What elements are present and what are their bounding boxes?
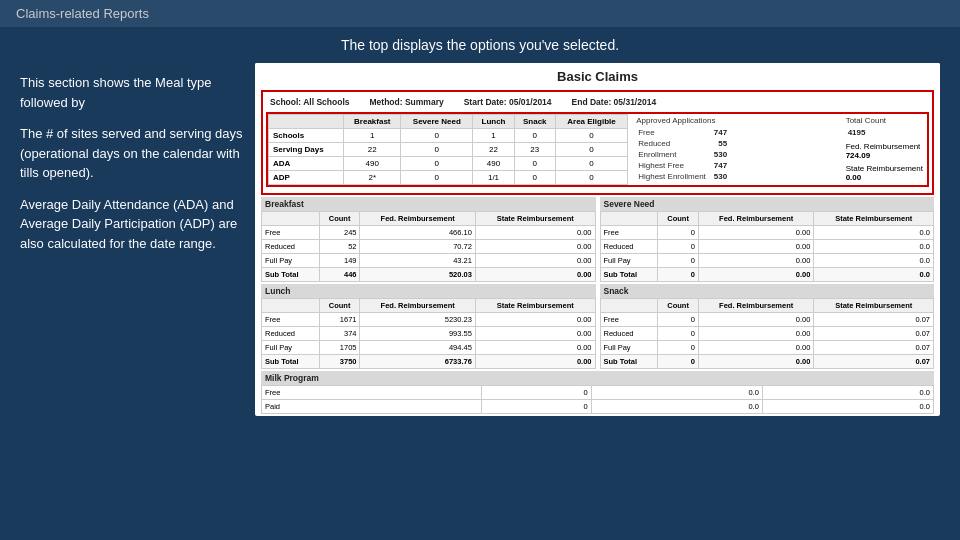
table-row: Paid00.00.0 xyxy=(262,400,934,414)
severe-need-table: Count Fed. Reimbursement State Reimburse… xyxy=(600,211,935,282)
cell: 0 xyxy=(401,157,473,171)
table-row: Reduced00.000.0 xyxy=(600,240,934,254)
table-row: Reduced374993.550.00 xyxy=(262,327,596,341)
cell: 0 xyxy=(401,171,473,185)
col-header-severe: Severe Need xyxy=(401,115,473,129)
meal-type-section: Breakfast Severe Need Lunch Snack Area E… xyxy=(268,114,628,185)
row-label-adp: ADP xyxy=(269,171,344,185)
cell: 490 xyxy=(473,157,515,171)
th-state-reimb: State Reimbursement xyxy=(475,212,595,226)
approved-apps-col: Approved Applications Free747 Reduced55 … xyxy=(636,116,729,182)
th-fed-reimb: Fed. Reimbursement xyxy=(698,299,813,313)
cell: 0 xyxy=(555,157,627,171)
lunch-snack-row: Lunch Count Fed. Reimbursement State Rei… xyxy=(261,284,934,369)
lunch-section: Lunch Count Fed. Reimbursement State Rei… xyxy=(261,284,596,369)
approved-apps-label: Approved Applications xyxy=(636,116,729,125)
table-row: Serving Days 22 0 22 23 0 xyxy=(269,143,628,157)
th-count: Count xyxy=(319,212,360,226)
report-panel: Basic Claims School: All Schools Method:… xyxy=(255,63,940,416)
total-count-value: 4195 xyxy=(846,127,923,138)
milk-section: Milk Program Free00.00.0 Paid00.00.0 xyxy=(261,371,934,414)
table-row: Free00.00.0 xyxy=(262,386,934,400)
state-reimb-value: 0.00 xyxy=(846,173,923,182)
th-count: Count xyxy=(658,299,699,313)
breakfast-table: Count Fed. Reimbursement State Reimburse… xyxy=(261,211,596,282)
left-text-2: The # of sites served and serving days (… xyxy=(20,126,243,180)
th-empty xyxy=(262,212,320,226)
lunch-section-label: Lunch xyxy=(261,284,596,298)
th-count: Count xyxy=(658,212,699,226)
table-row: Full Pay00.000.0 xyxy=(600,254,934,268)
breakfast-section-label: Breakfast xyxy=(261,197,596,211)
table-row: Free00.000.07 xyxy=(600,313,934,327)
cell: 0 xyxy=(555,129,627,143)
table-row: ADP 2* 0 1/1 0 0 xyxy=(269,171,628,185)
subtotal-row: Sub Total00.000.07 xyxy=(600,355,934,369)
stats-row: Approved Applications Free747 Reduced55 … xyxy=(636,116,923,182)
th-empty xyxy=(262,299,320,313)
table-row: Free245466.100.00 xyxy=(262,226,596,240)
th-state-reimb: State Reimbursement xyxy=(814,212,934,226)
table-row: Reduced5270.720.00 xyxy=(262,240,596,254)
stat-free: Free747 xyxy=(636,127,729,138)
cell: 490 xyxy=(344,157,401,171)
th-state-reimb: State Reimbursement xyxy=(814,299,934,313)
top-description: The top displays the options you've sele… xyxy=(341,37,619,53)
th-count: Count xyxy=(319,299,360,313)
th-empty xyxy=(600,212,658,226)
row-label-serving-days: Serving Days xyxy=(269,143,344,157)
snack-table: Count Fed. Reimbursement State Reimburse… xyxy=(600,298,935,369)
col-header-empty xyxy=(269,115,344,129)
breakfast-severe-row: Breakfast Count Fed. Reimbursement State… xyxy=(261,197,934,282)
subtotal-row: Sub Total446520.030.00 xyxy=(262,268,596,282)
left-block-3: Average Daily Attendance (ADA) and Avera… xyxy=(20,195,245,254)
fed-reimb-label: Fed. Reimbursement xyxy=(846,142,923,151)
table-row: Free00.000.0 xyxy=(600,226,934,240)
th-fed-reimb: Fed. Reimbursement xyxy=(360,212,475,226)
cell: 0 xyxy=(555,143,627,157)
main-content: The top displays the options you've sele… xyxy=(0,27,960,426)
snack-section-label: Snack xyxy=(600,284,935,298)
milk-section-label: Milk Program xyxy=(261,371,934,385)
table-row: Free16715230.230.00 xyxy=(262,313,596,327)
col-header-snack: Snack xyxy=(514,115,555,129)
col-header-area: Area Eligible xyxy=(555,115,627,129)
th-state-reimb: State Reimbursement xyxy=(475,299,595,313)
stat-highest-free: Highest Free747 xyxy=(636,160,729,171)
content-row: This section shows the Meal type followe… xyxy=(20,63,940,416)
end-date-label: End Date: 05/31/2014 xyxy=(572,97,657,107)
left-block-2: The # of sites served and serving days (… xyxy=(20,124,245,183)
subtotal-row: Sub Total37506733.760.00 xyxy=(262,355,596,369)
stat-enrollment: Enrollment530 xyxy=(636,149,729,160)
meal-type-table: Breakfast Severe Need Lunch Snack Area E… xyxy=(268,114,628,185)
cell: 1 xyxy=(344,129,401,143)
state-reimb-label: State Reimbursement xyxy=(846,164,923,173)
cell: 22 xyxy=(473,143,515,157)
row-label-ada: ADA xyxy=(269,157,344,171)
header-bar: Claims-related Reports xyxy=(0,0,960,27)
cell: 0 xyxy=(401,129,473,143)
snack-section: Snack Count Fed. Reimbursement State Rei… xyxy=(600,284,935,369)
table-row: ADA 490 0 490 0 0 xyxy=(269,157,628,171)
breakfast-section: Breakfast Count Fed. Reimbursement State… xyxy=(261,197,596,282)
cell: 23 xyxy=(514,143,555,157)
fed-reimb-value: 724.09 xyxy=(846,151,923,160)
fed-reimb-block: Fed. Reimbursement 724.09 xyxy=(846,142,923,160)
total-count-col: Total Count 4195 Fed. Reimbursement 724.… xyxy=(846,116,923,182)
table-row: Full Pay1705494.450.00 xyxy=(262,341,596,355)
severe-need-section: Severe Need Count Fed. Reimbursement Sta… xyxy=(600,197,935,282)
header-title: Claims-related Reports xyxy=(16,6,149,21)
cell: 0 xyxy=(514,129,555,143)
inner-red-box: Breakfast Severe Need Lunch Snack Area E… xyxy=(266,112,929,187)
left-text-1: This section shows the Meal type followe… xyxy=(20,75,211,110)
th-empty xyxy=(600,299,658,313)
cell: 1 xyxy=(473,129,515,143)
th-fed-reimb: Fed. Reimbursement xyxy=(698,212,813,226)
school-label: School: All Schools xyxy=(270,97,350,107)
start-date-label: Start Date: 05/01/2014 xyxy=(464,97,552,107)
severe-need-label: Severe Need xyxy=(600,197,935,211)
red-border-section: School: All Schools Method: Summary Star… xyxy=(261,90,934,195)
row-label-schools: Schools xyxy=(269,129,344,143)
state-reimb-block: State Reimbursement 0.00 xyxy=(846,164,923,182)
th-fed-reimb: Fed. Reimbursement xyxy=(360,299,475,313)
